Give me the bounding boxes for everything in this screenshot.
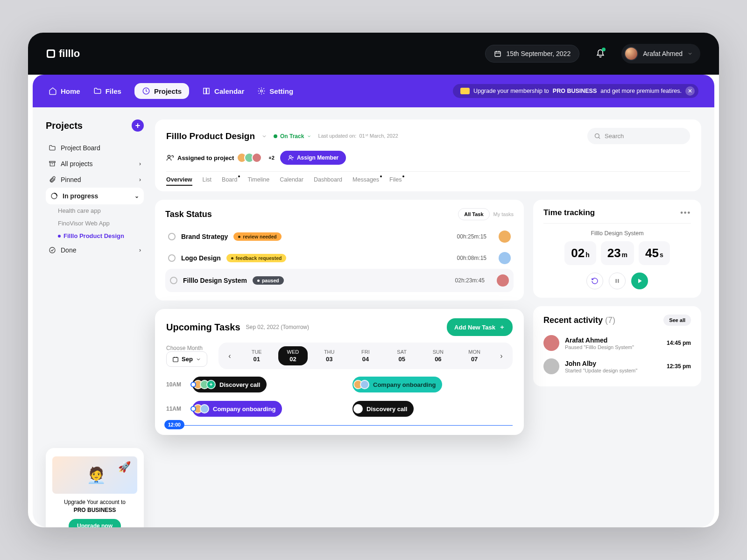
tab-board[interactable]: Board xyxy=(222,176,237,183)
nav-files[interactable]: Files xyxy=(93,87,121,95)
svg-rect-11 xyxy=(618,279,619,283)
tab-calendar[interactable]: Calendar xyxy=(280,176,303,183)
event-company-onboarding[interactable]: Company onboarding xyxy=(192,401,282,417)
calendar-icon xyxy=(494,50,501,57)
timer-reset-button[interactable] xyxy=(586,273,603,289)
sidebar-item-done[interactable]: Done › xyxy=(46,242,144,258)
user-menu[interactable]: Arafat Ahmed xyxy=(621,44,700,63)
add-task-button[interactable]: Add New Task ＋ xyxy=(447,318,513,336)
recent-activity-title: Recent activity (7) xyxy=(543,315,615,325)
chevron-down-icon[interactable] xyxy=(261,133,267,139)
sidebar-item-pinned[interactable]: Pinned › xyxy=(46,172,144,188)
date-value: 15th September, 2022 xyxy=(506,50,571,57)
folder-icon xyxy=(49,144,56,152)
banner-text-bold: PRO BUSINESS xyxy=(553,88,597,94)
assignee-stack xyxy=(240,153,262,163)
brand-logo: filllo xyxy=(47,48,80,60)
users-icon xyxy=(166,154,174,161)
time-hours: 02h xyxy=(564,241,596,265)
avatar xyxy=(543,335,559,351)
assigned-label: Assigned to project xyxy=(166,154,234,161)
radio-icon[interactable] xyxy=(168,254,176,262)
sidebar-sub-filllo[interactable]: Filllo Product Design xyxy=(46,232,144,239)
filter-all-task[interactable]: All Task xyxy=(458,208,489,220)
event-discovery-call[interactable]: Discovery call xyxy=(352,401,414,417)
avatar xyxy=(624,47,638,61)
month-select[interactable]: Sep xyxy=(166,351,207,367)
activity-item[interactable]: Arafat AhmedPaused "Filllo Design System… xyxy=(543,331,691,355)
sidebar-sub-finovisor[interactable]: FinoVisor Web App xyxy=(46,220,144,227)
day-cell[interactable]: SUN06 xyxy=(423,349,453,363)
radio-icon[interactable] xyxy=(170,277,177,284)
day-cell[interactable]: FRI04 xyxy=(351,349,381,363)
date-picker[interactable]: 15th September, 2022 xyxy=(485,45,579,63)
status-tag: review needed xyxy=(233,232,281,241)
tab-timeline[interactable]: Timeline xyxy=(247,176,269,183)
filter-my-tasks[interactable]: My tasks xyxy=(493,211,514,217)
day-cell[interactable]: TUE01 xyxy=(242,349,272,363)
day-prev[interactable]: ‹ xyxy=(224,350,235,362)
day-cell[interactable]: MON07 xyxy=(459,349,489,363)
time-seconds: 45s xyxy=(639,241,670,265)
task-row[interactable]: Filllo Design System paused 02h:23m:45 xyxy=(165,269,514,292)
day-cell[interactable]: SAT05 xyxy=(387,349,417,363)
sidebar-item-board[interactable]: Project Board xyxy=(46,140,144,156)
banner-close[interactable]: ✕ xyxy=(685,86,695,96)
tab-files[interactable]: Files xyxy=(389,176,402,183)
day-next[interactable]: › xyxy=(496,350,507,362)
chevron-right-icon: › xyxy=(139,176,141,183)
schedule-grid: 10AM +Discovery call Company onboarding … xyxy=(166,377,513,426)
time-label: 11AM xyxy=(166,406,192,412)
tab-overview[interactable]: Overview xyxy=(166,176,192,183)
assign-member-button[interactable]: Assign Member xyxy=(280,151,346,165)
task-status-title: Task Status xyxy=(165,210,212,219)
upgrade-button[interactable]: Upgrade now xyxy=(69,519,121,527)
see-all-button[interactable]: See all xyxy=(663,315,691,326)
search-input[interactable]: Search xyxy=(587,128,690,144)
upcoming-title: Upcoming Tasks xyxy=(166,322,240,333)
main: Filllo Product Design On Track Last upda… xyxy=(155,119,701,527)
crown-icon xyxy=(460,88,470,94)
avatar xyxy=(252,153,262,163)
search-icon xyxy=(594,133,601,140)
reset-icon xyxy=(591,277,599,285)
status-badge[interactable]: On Track xyxy=(274,133,311,140)
timer-pause-button[interactable] xyxy=(609,273,626,289)
sidebar-item-inprogress[interactable]: In progress ⌄ xyxy=(46,188,144,204)
chevron-right-icon: › xyxy=(139,161,141,167)
now-time: 12:00 xyxy=(164,420,184,429)
tab-dashboard[interactable]: Dashboard xyxy=(314,176,342,183)
activity-item[interactable]: John AlbyStarted "Update design system" … xyxy=(543,355,691,378)
avatar xyxy=(499,252,511,264)
avatar xyxy=(543,358,559,374)
logo-mark-icon xyxy=(47,49,55,58)
svg-point-8 xyxy=(289,155,291,158)
task-row[interactable]: Brand Strategy review needed 00h:25m:15 xyxy=(165,226,514,247)
sidebar-item-all[interactable]: All projects › xyxy=(46,156,144,172)
chevron-down-icon xyxy=(687,51,693,56)
svg-rect-0 xyxy=(495,51,500,56)
nav-settings[interactable]: Setting xyxy=(257,87,293,95)
day-cell[interactable]: WED02 xyxy=(278,346,308,365)
event-company-onboarding[interactable]: Company onboarding xyxy=(352,377,442,392)
timer-play-button[interactable] xyxy=(631,273,648,289)
app-shell: filllo 15th September, 2022 Arafat Ahmed… xyxy=(28,33,719,527)
tab-list[interactable]: List xyxy=(203,176,211,183)
nav-calendar[interactable]: Calendar xyxy=(202,87,244,95)
nav-home[interactable]: Home xyxy=(49,87,80,95)
avatar xyxy=(497,274,509,287)
task-row[interactable]: Logo Design feedback requested 00h:08m:1… xyxy=(165,247,514,269)
radio-icon[interactable] xyxy=(168,233,176,240)
add-project-button[interactable]: + xyxy=(132,119,144,132)
more-menu[interactable]: ••• xyxy=(680,209,691,217)
chevron-down-icon: ⌄ xyxy=(134,193,139,199)
clock-icon xyxy=(142,87,150,95)
event-discovery-call[interactable]: +Discovery call xyxy=(192,377,267,392)
tab-messages[interactable]: Messages xyxy=(352,176,379,183)
notifications-button[interactable] xyxy=(591,44,610,63)
nav-projects[interactable]: Projects xyxy=(134,83,189,99)
avatar xyxy=(499,231,511,243)
day-cell[interactable]: THU03 xyxy=(314,349,344,363)
sidebar-sub-healthcare[interactable]: Health care app xyxy=(46,207,144,214)
chevron-right-icon: › xyxy=(139,247,141,253)
